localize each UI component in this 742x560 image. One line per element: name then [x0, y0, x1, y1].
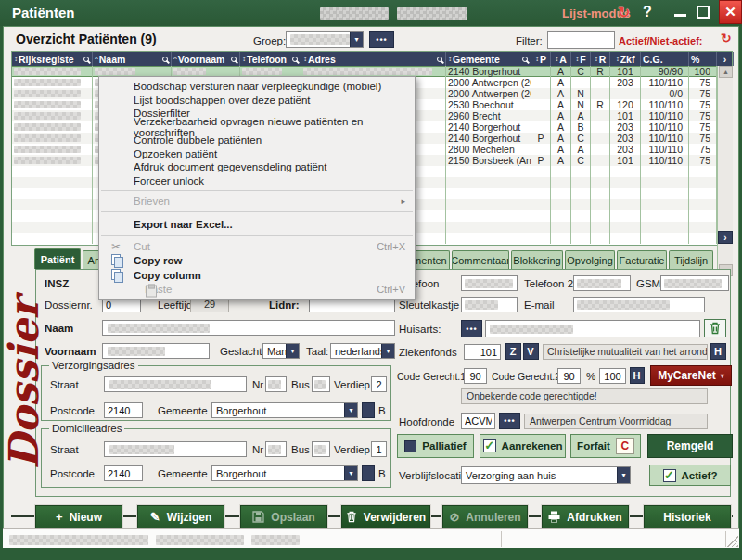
search-icon[interactable]	[437, 57, 442, 62]
search-icon[interactable]	[162, 57, 168, 62]
context-menu-item-lijst-boodschappen-over-deze-pati-nt[interactable]: Lijst boodschappen over deze patiënt	[99, 94, 415, 108]
chevron-down-icon[interactable]: ▾	[617, 467, 630, 483]
sleutelkastje-input[interactable]	[461, 297, 518, 312]
group-more-button[interactable]: •••	[369, 31, 394, 48]
chevron-down-icon[interactable]: ▾	[286, 344, 299, 358]
ziekenfonds-z-button[interactable]: Z	[505, 343, 521, 360]
actief-toggle[interactable]: ✓ Actief?	[649, 465, 731, 486]
column-header-zkf[interactable]: ↕Zkf	[610, 52, 641, 66]
straat-input[interactable]	[104, 441, 247, 457]
scroll-up-icon[interactable]: ▲	[719, 66, 733, 78]
palliatief-checkbox[interactable]	[404, 440, 416, 452]
nieuw-button[interactable]: + Nieuw	[35, 505, 122, 528]
bus-input[interactable]	[312, 441, 330, 457]
column-header-%[interactable]: %	[689, 52, 717, 66]
more-columns-icon[interactable]: ›	[717, 52, 734, 66]
tab-tijdslijn[interactable]: Tijdslijn	[669, 250, 713, 269]
bus-input[interactable]	[312, 376, 330, 392]
nr-input[interactable]	[265, 376, 287, 392]
resize-grip[interactable]	[727, 536, 738, 547]
aanrekenen-checkbox[interactable]: ✓	[483, 439, 496, 452]
ziekenfonds-h-button[interactable]: H	[710, 343, 726, 360]
help-button[interactable]: ?	[643, 4, 652, 20]
tab-commentaar[interactable]: Commentaar	[452, 250, 509, 269]
context-menu-item-afdruk-document-gegevensdeling-pati-nt[interactable]: Afdruk document gegevensdeling patiënt	[99, 160, 415, 174]
tab-opvolging[interactable]: Opvolging	[565, 250, 615, 269]
code-gerecht1-input[interactable]	[464, 368, 487, 384]
column-header-gemeente[interactable]: ↕Gemeente	[446, 52, 531, 66]
ziekenfonds-v-button[interactable]: V	[523, 343, 539, 360]
search-icon[interactable]	[231, 57, 237, 62]
context-menu-item-export-naar-excel[interactable]: Export naar Excel...	[99, 215, 415, 233]
context-menu-item-forceer-unlock[interactable]: Forceer unlock	[99, 174, 415, 188]
opslaan-button[interactable]: Opslaan	[240, 505, 327, 528]
column-header-adres[interactable]: ↕Adres	[301, 52, 446, 66]
column-header-telefoon[interactable]: ↕Telefoon	[240, 52, 301, 66]
huisarts-clear-button[interactable]	[704, 319, 726, 337]
column-header-naam[interactable]: ^Naam	[93, 52, 172, 66]
postcode-input[interactable]	[104, 402, 143, 418]
verblijfslocatie-select[interactable]: Verzorging aan huis ▾	[461, 466, 631, 484]
minimize-button[interactable]	[674, 14, 686, 17]
email-input[interactable]	[573, 297, 705, 312]
mycarenet-button[interactable]: MyCareNet▾	[650, 365, 732, 386]
context-menu-item-controle-dubbele-pati-nten[interactable]: Controle dubbele patiënten	[99, 134, 415, 147]
column-header-f[interactable]: ↕F	[571, 52, 591, 66]
verwijderen-button[interactable]: Verwijderen	[341, 505, 430, 528]
ziekenfonds-input[interactable]	[464, 344, 501, 360]
tab-patient[interactable]: Patiënt	[34, 248, 81, 269]
chevron-down-icon[interactable]: ▾	[381, 344, 394, 358]
context-menu-item-copy-column[interactable]: Copy column	[99, 268, 415, 283]
aanrekenen-toggle[interactable]: ✓ Aanrekenen	[480, 434, 566, 458]
column-header-rijksregiste[interactable]: ↕Rijksregiste	[12, 52, 93, 66]
afdrukken-button[interactable]: Afdrukken	[542, 505, 629, 528]
annuleren-button[interactable]: ⊘ Annuleren	[442, 505, 528, 528]
chevron-down-icon[interactable]: ▾	[350, 32, 363, 47]
actief-checkbox[interactable]: ✓	[663, 469, 676, 482]
context-menu-item-boodschap-versturen-naar-verpleegkundige-mobiel[interactable]: Boodschap versturen naar verpleegkundige…	[99, 80, 415, 94]
context-menu-item-verzekerbaarheid-opvragen-nieuwe-pati-nten-en-voorschriften[interactable]: Verzekerbaarheid opvragen nieuwe patiënt…	[99, 121, 415, 134]
vertical-scrollbar[interactable]: ▲ ▼	[717, 66, 733, 276]
context-menu-item-opzoeken-pati-nt[interactable]: Opzoeken patiënt	[99, 147, 415, 161]
huisarts-input[interactable]	[485, 320, 700, 337]
maximize-button[interactable]	[697, 6, 710, 19]
taal-select[interactable]: nederlands ▾	[330, 343, 395, 359]
column-header-p[interactable]: ↕P	[531, 52, 551, 66]
column-header-r[interactable]: ↕R	[591, 52, 610, 66]
forfait-control[interactable]: Forfait C	[570, 434, 641, 458]
percent-input[interactable]	[599, 368, 626, 384]
gemeente-select[interactable]: Borgerhout ▾	[211, 402, 358, 418]
historiek-button[interactable]: Historiek	[644, 505, 731, 528]
gemeente-lookup-button[interactable]	[362, 402, 375, 418]
straat-input[interactable]	[104, 376, 247, 392]
voornaam-input[interactable]	[102, 343, 210, 359]
wijzigen-button[interactable]: ✎ Wijzigen	[137, 505, 224, 528]
telefoon2-input[interactable]	[573, 275, 631, 291]
tab-facturatie[interactable]: Facturatie	[617, 250, 667, 269]
chevron-down-icon[interactable]: ▾	[344, 466, 357, 480]
verdiep-input[interactable]	[371, 441, 387, 457]
gemeente-select[interactable]: Borgerhout ▾	[211, 465, 358, 481]
column-header-voornaam[interactable]: ^Voornaam	[172, 52, 240, 66]
column-header-cg[interactable]: C.G.	[641, 52, 689, 66]
postcode-input[interactable]	[104, 465, 143, 481]
hoofdronde-lookup-button[interactable]: •••	[499, 413, 520, 429]
hoofdronde-input[interactable]	[461, 413, 495, 429]
search-icon[interactable]	[83, 57, 89, 62]
column-header-a[interactable]: ↕A	[551, 52, 571, 66]
group-select[interactable]: ▾	[286, 31, 364, 48]
gemeente-lookup-button[interactable]	[362, 465, 375, 481]
palliatief-toggle[interactable]: Palliatief	[397, 434, 474, 458]
nr-input[interactable]	[265, 441, 287, 457]
verdiep-input[interactable]	[371, 376, 387, 392]
huisarts-lookup-button[interactable]: •••	[461, 320, 482, 337]
active-toggle-refresh-icon[interactable]: ↻	[721, 31, 732, 45]
context-menu-item-copy-row[interactable]: Copy row	[99, 254, 415, 269]
chevron-down-icon[interactable]: ▾	[344, 403, 357, 417]
scroll-right-button[interactable]: ›	[718, 231, 733, 244]
code-gerecht2-input[interactable]	[557, 368, 581, 384]
telefoon-input[interactable]	[461, 275, 518, 291]
remgeld-button[interactable]: Remgeld	[647, 434, 733, 458]
naam-input[interactable]	[102, 320, 395, 336]
close-button[interactable]: ✕	[719, 0, 742, 24]
